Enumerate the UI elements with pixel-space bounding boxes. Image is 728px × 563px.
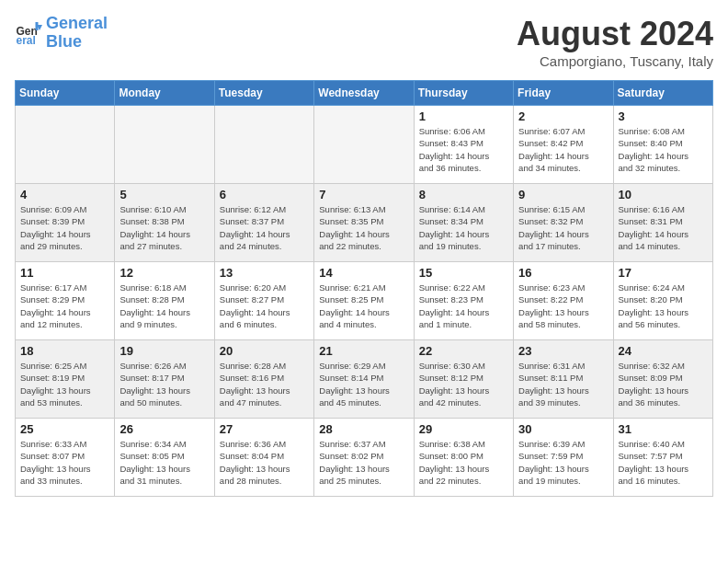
calendar-week-row: 1Sunrise: 6:06 AM Sunset: 8:43 PM Daylig… xyxy=(16,106,713,184)
day-info: Sunrise: 6:09 AM Sunset: 8:39 PM Dayligh… xyxy=(20,203,109,252)
day-info: Sunrise: 6:32 AM Sunset: 8:09 PM Dayligh… xyxy=(619,360,708,408)
svg-rect-3 xyxy=(36,22,39,30)
calendar-cell xyxy=(214,106,313,184)
day-number: 5 xyxy=(119,188,209,201)
day-number: 11 xyxy=(20,266,109,280)
day-number: 29 xyxy=(419,422,508,436)
day-info: Sunrise: 6:40 AM Sunset: 7:57 PM Dayligh… xyxy=(619,438,708,487)
day-number: 14 xyxy=(319,266,408,280)
calendar-cell: 22Sunrise: 6:30 AM Sunset: 8:12 PM Dayli… xyxy=(414,340,513,419)
calendar-cell: 21Sunrise: 6:29 AM Sunset: 8:14 PM Dayli… xyxy=(314,340,414,419)
day-number: 9 xyxy=(518,188,608,201)
day-number: 15 xyxy=(419,266,508,280)
calendar-cell: 24Sunrise: 6:32 AM Sunset: 8:09 PM Dayli… xyxy=(613,340,712,419)
calendar-cell: 2Sunrise: 6:07 AM Sunset: 8:42 PM Daylig… xyxy=(514,106,613,184)
day-number: 7 xyxy=(319,188,408,201)
calendar-cell: 12Sunrise: 6:18 AM Sunset: 8:28 PM Dayli… xyxy=(115,262,214,340)
day-info: Sunrise: 6:23 AM Sunset: 8:22 PM Dayligh… xyxy=(518,282,608,330)
calendar-cell: 28Sunrise: 6:37 AM Sunset: 8:02 PM Dayli… xyxy=(314,419,414,497)
calendar-cell: 19Sunrise: 6:26 AM Sunset: 8:17 PM Dayli… xyxy=(115,340,214,419)
day-number: 3 xyxy=(619,109,708,123)
logo-icon: Gen eral xyxy=(15,19,42,47)
day-number: 4 xyxy=(20,188,109,201)
day-info: Sunrise: 6:08 AM Sunset: 8:40 PM Dayligh… xyxy=(619,125,708,174)
day-info: Sunrise: 6:33 AM Sunset: 8:07 PM Dayligh… xyxy=(20,438,109,487)
day-info: Sunrise: 6:07 AM Sunset: 8:42 PM Dayligh… xyxy=(518,125,608,174)
day-number: 10 xyxy=(619,188,708,201)
calendar-table: SundayMondayTuesdayWednesdayThursdayFrid… xyxy=(15,80,713,497)
day-number: 23 xyxy=(518,344,608,358)
day-number: 28 xyxy=(319,422,408,436)
calendar-cell: 18Sunrise: 6:25 AM Sunset: 8:19 PM Dayli… xyxy=(16,340,115,419)
weekday-header: Friday xyxy=(514,81,613,106)
logo: Gen eral General Blue xyxy=(15,15,108,52)
calendar-cell: 5Sunrise: 6:10 AM Sunset: 8:38 PM Daylig… xyxy=(115,184,214,262)
calendar-week-row: 18Sunrise: 6:25 AM Sunset: 8:19 PM Dayli… xyxy=(16,340,713,419)
day-info: Sunrise: 6:17 AM Sunset: 8:29 PM Dayligh… xyxy=(20,282,109,330)
calendar-cell: 29Sunrise: 6:38 AM Sunset: 8:00 PM Dayli… xyxy=(414,419,513,497)
weekday-header: Monday xyxy=(115,81,214,106)
location-subtitle: Camporgiano, Tuscany, Italy xyxy=(517,53,713,69)
calendar-cell xyxy=(115,106,214,184)
calendar-cell: 1Sunrise: 6:06 AM Sunset: 8:43 PM Daylig… xyxy=(414,106,513,184)
calendar-cell: 20Sunrise: 6:28 AM Sunset: 8:16 PM Dayli… xyxy=(214,340,313,419)
day-info: Sunrise: 6:36 AM Sunset: 8:04 PM Dayligh… xyxy=(220,438,309,487)
calendar-cell: 16Sunrise: 6:23 AM Sunset: 8:22 PM Dayli… xyxy=(514,262,613,340)
calendar-cell: 4Sunrise: 6:09 AM Sunset: 8:39 PM Daylig… xyxy=(16,184,115,262)
calendar-cell: 17Sunrise: 6:24 AM Sunset: 8:20 PM Dayli… xyxy=(613,262,712,340)
day-number: 18 xyxy=(20,344,109,358)
day-info: Sunrise: 6:29 AM Sunset: 8:14 PM Dayligh… xyxy=(319,360,408,408)
day-number: 27 xyxy=(220,422,309,436)
calendar-cell: 3Sunrise: 6:08 AM Sunset: 8:40 PM Daylig… xyxy=(613,106,712,184)
calendar-cell: 25Sunrise: 6:33 AM Sunset: 8:07 PM Dayli… xyxy=(16,419,115,497)
calendar-cell: 13Sunrise: 6:20 AM Sunset: 8:27 PM Dayli… xyxy=(214,262,313,340)
calendar-week-row: 25Sunrise: 6:33 AM Sunset: 8:07 PM Dayli… xyxy=(16,419,713,497)
day-info: Sunrise: 6:10 AM Sunset: 8:38 PM Dayligh… xyxy=(119,203,209,252)
calendar-cell: 8Sunrise: 6:14 AM Sunset: 8:34 PM Daylig… xyxy=(414,184,513,262)
day-info: Sunrise: 6:30 AM Sunset: 8:12 PM Dayligh… xyxy=(419,360,508,408)
day-info: Sunrise: 6:16 AM Sunset: 8:31 PM Dayligh… xyxy=(619,203,708,252)
day-number: 16 xyxy=(518,266,608,280)
day-number: 20 xyxy=(220,344,309,358)
month-year-title: August 2024 xyxy=(517,15,713,53)
day-info: Sunrise: 6:38 AM Sunset: 8:00 PM Dayligh… xyxy=(419,438,508,487)
day-number: 12 xyxy=(119,266,209,280)
day-number: 26 xyxy=(119,422,209,436)
day-number: 21 xyxy=(319,344,408,358)
calendar-cell: 7Sunrise: 6:13 AM Sunset: 8:35 PM Daylig… xyxy=(314,184,414,262)
day-info: Sunrise: 6:31 AM Sunset: 8:11 PM Dayligh… xyxy=(518,360,608,408)
day-info: Sunrise: 6:18 AM Sunset: 8:28 PM Dayligh… xyxy=(119,282,209,330)
day-number: 8 xyxy=(419,188,508,201)
logo-text: General Blue xyxy=(46,15,108,52)
day-number: 13 xyxy=(220,266,309,280)
weekday-header: Wednesday xyxy=(314,81,414,106)
weekday-header: Sunday xyxy=(16,81,115,106)
day-info: Sunrise: 6:20 AM Sunset: 8:27 PM Dayligh… xyxy=(220,282,309,330)
calendar-cell: 6Sunrise: 6:12 AM Sunset: 8:37 PM Daylig… xyxy=(214,184,313,262)
calendar-cell xyxy=(314,106,414,184)
day-info: Sunrise: 6:37 AM Sunset: 8:02 PM Dayligh… xyxy=(319,438,408,487)
title-block: August 2024 Camporgiano, Tuscany, Italy xyxy=(517,15,713,69)
day-info: Sunrise: 6:13 AM Sunset: 8:35 PM Dayligh… xyxy=(319,203,408,252)
calendar-cell: 30Sunrise: 6:39 AM Sunset: 7:59 PM Dayli… xyxy=(514,419,613,497)
calendar-cell: 14Sunrise: 6:21 AM Sunset: 8:25 PM Dayli… xyxy=(314,262,414,340)
day-info: Sunrise: 6:24 AM Sunset: 8:20 PM Dayligh… xyxy=(619,282,708,330)
calendar-week-row: 4Sunrise: 6:09 AM Sunset: 8:39 PM Daylig… xyxy=(16,184,713,262)
calendar-cell: 26Sunrise: 6:34 AM Sunset: 8:05 PM Dayli… xyxy=(115,419,214,497)
day-info: Sunrise: 6:25 AM Sunset: 8:19 PM Dayligh… xyxy=(20,360,109,408)
day-number: 6 xyxy=(220,188,309,201)
day-info: Sunrise: 6:12 AM Sunset: 8:37 PM Dayligh… xyxy=(220,203,309,252)
page-header: Gen eral General Blue August 2024 Campor… xyxy=(15,15,713,69)
calendar-cell: 11Sunrise: 6:17 AM Sunset: 8:29 PM Dayli… xyxy=(16,262,115,340)
logo-general: General xyxy=(46,14,108,32)
calendar-cell: 15Sunrise: 6:22 AM Sunset: 8:23 PM Dayli… xyxy=(414,262,513,340)
day-number: 2 xyxy=(518,109,608,123)
weekday-header: Thursday xyxy=(414,81,513,106)
weekday-header: Saturday xyxy=(613,81,712,106)
calendar-cell xyxy=(16,106,115,184)
day-number: 30 xyxy=(518,422,608,436)
day-info: Sunrise: 6:34 AM Sunset: 8:05 PM Dayligh… xyxy=(119,438,209,487)
day-number: 25 xyxy=(20,422,109,436)
day-info: Sunrise: 6:15 AM Sunset: 8:32 PM Dayligh… xyxy=(518,203,608,252)
day-info: Sunrise: 6:21 AM Sunset: 8:25 PM Dayligh… xyxy=(319,282,408,330)
